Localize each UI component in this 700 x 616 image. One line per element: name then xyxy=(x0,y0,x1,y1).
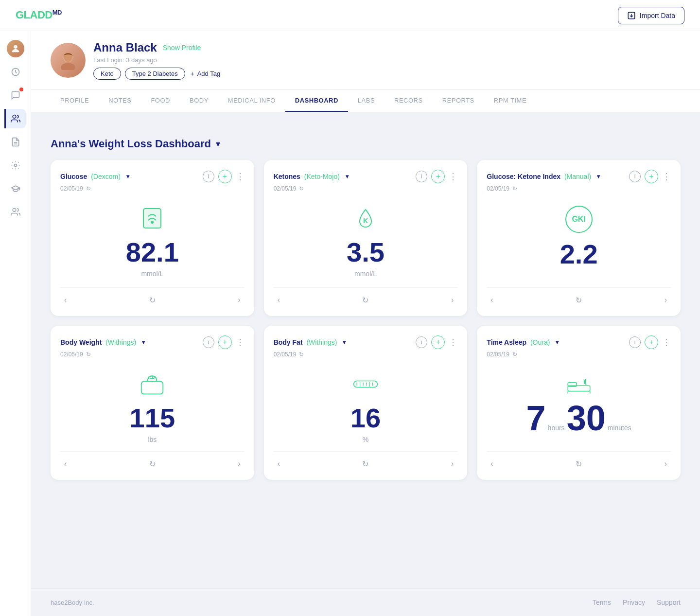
ketones-more-icon[interactable]: ⋮ xyxy=(449,171,457,182)
sidebar-item-education[interactable] xyxy=(6,179,25,198)
ketones-prev-button[interactable]: ‹ xyxy=(274,294,284,306)
ketones-refresh-button[interactable]: ↻ xyxy=(362,296,368,305)
gki-refresh-icon[interactable]: ↻ xyxy=(512,185,517,192)
sidebar-avatar[interactable] xyxy=(6,39,25,58)
sleep-value-area: 7 hours 30 minutes xyxy=(487,401,671,436)
glucose-more-icon[interactable]: ⋮ xyxy=(236,171,245,182)
ketones-info-icon[interactable]: i xyxy=(416,171,427,182)
ketones-refresh-icon[interactable]: ↻ xyxy=(299,185,304,192)
glucose-refresh-button[interactable]: ↻ xyxy=(149,296,156,305)
body-weight-info-icon[interactable]: i xyxy=(203,336,214,348)
footer-links: Terms Privacy Support xyxy=(593,598,681,606)
nav-tabs: PROFILE NOTES FOOD BODY MEDICAL INFO DAS… xyxy=(31,90,700,112)
ketones-unit: mmol/L xyxy=(274,270,458,278)
body-weight-prev-button[interactable]: ‹ xyxy=(60,458,70,470)
dashboard-content: Anna's Weight Loss Dashboard ▾ Glucose (… xyxy=(31,112,700,588)
glucose-next-button[interactable]: › xyxy=(234,294,244,306)
footer-company: hase2Body Inc. xyxy=(51,599,94,606)
glucose-value: 82.1 xyxy=(60,239,245,266)
sidebar xyxy=(0,31,31,616)
tab-reports[interactable]: REPORTS xyxy=(433,90,484,112)
body-weight-value: 115 xyxy=(60,405,245,432)
tab-dashboard[interactable]: DASHBOARD xyxy=(285,90,348,112)
glucose-add-icon[interactable]: + xyxy=(218,170,232,183)
glucose-info-icon[interactable]: i xyxy=(203,171,214,182)
import-data-button[interactable]: Import Data xyxy=(618,7,684,24)
gki-prev-button[interactable]: ‹ xyxy=(487,294,497,306)
body-fat-info-icon[interactable]: i xyxy=(416,336,427,348)
footer-support-link[interactable]: Support xyxy=(657,598,681,606)
ketones-icon-area: K xyxy=(274,198,458,235)
footer-privacy-link[interactable]: Privacy xyxy=(623,598,645,606)
tab-profile[interactable]: PROFILE xyxy=(51,90,99,112)
ketones-date: 02/05/19 ↻ xyxy=(274,185,458,192)
sleep-next-button[interactable]: › xyxy=(661,458,671,470)
ketones-next-button[interactable]: › xyxy=(447,294,457,306)
sidebar-item-patients[interactable] xyxy=(4,109,26,128)
body-fat-icon-area xyxy=(274,364,458,401)
sleep-info-icon[interactable]: i xyxy=(629,336,641,348)
body-fat-next-button[interactable]: › xyxy=(447,458,457,470)
dashboard-dropdown-icon[interactable]: ▾ xyxy=(216,139,220,149)
gki-icon: GKI xyxy=(565,206,593,233)
tab-notes[interactable]: NOTES xyxy=(99,90,141,112)
sleep-nav: ‹ ↻ › xyxy=(487,451,671,470)
tag-keto: Keto xyxy=(93,68,121,80)
body-weight-refresh-button[interactable]: ↻ xyxy=(149,459,156,469)
svg-text:K: K xyxy=(363,217,368,225)
show-profile-button[interactable]: Show Profile xyxy=(163,44,201,52)
tab-rpm-time[interactable]: RPM TIME xyxy=(484,90,536,112)
footer-terms-link[interactable]: Terms xyxy=(593,598,611,606)
sleep-refresh-icon[interactable]: ↻ xyxy=(512,351,517,358)
body-fat-prev-button[interactable]: ‹ xyxy=(274,458,284,470)
body-weight-add-icon[interactable]: + xyxy=(218,335,232,349)
patient-name: Anna Black xyxy=(93,41,157,54)
body-fat-refresh-button[interactable]: ↻ xyxy=(362,459,368,469)
glucose-refresh-icon[interactable]: ↻ xyxy=(86,185,91,192)
tab-body[interactable]: BODY xyxy=(180,90,218,112)
gki-info-icon[interactable]: i xyxy=(629,171,641,182)
body-fat-refresh-icon[interactable]: ↻ xyxy=(299,351,304,358)
body-weight-more-icon[interactable]: ⋮ xyxy=(236,337,245,348)
svg-point-6 xyxy=(14,164,17,167)
ketones-add-icon[interactable]: + xyxy=(431,170,445,183)
sleep-more-icon[interactable]: ⋮ xyxy=(662,337,671,348)
sidebar-item-messages[interactable] xyxy=(6,86,25,105)
body-weight-refresh-icon[interactable]: ↻ xyxy=(86,351,91,358)
card-ketones: Ketones (Keto-Mojo) ▾ i + ⋮ 02/05/19 ↻ xyxy=(264,160,468,316)
logo-suffix: MD xyxy=(52,9,62,16)
sidebar-item-notes[interactable] xyxy=(6,132,25,152)
sleep-prev-button[interactable]: ‹ xyxy=(487,458,497,470)
body-fat-more-icon[interactable]: ⋮ xyxy=(449,337,457,348)
card-glucose-title: Glucose (Dexcom) ▾ xyxy=(60,173,129,180)
card-body-weight-title: Body Weight (Withings) ▾ xyxy=(60,338,145,346)
tab-food[interactable]: FOOD xyxy=(141,90,180,112)
tab-labs[interactable]: LABS xyxy=(348,90,385,112)
sleep-add-icon[interactable]: + xyxy=(645,335,658,349)
svg-text:LB: LB xyxy=(150,375,155,380)
glucose-unit: mmol/L xyxy=(60,270,245,278)
body-fat-add-icon[interactable]: + xyxy=(431,335,445,349)
tab-recors[interactable]: RECORS xyxy=(385,90,433,112)
glucose-icon xyxy=(140,206,165,231)
sleep-icon-area xyxy=(487,364,671,401)
app-logo: GLADDMD xyxy=(16,9,62,21)
ketones-icon: K xyxy=(353,206,378,231)
gki-add-icon[interactable]: + xyxy=(645,170,658,183)
svg-point-7 xyxy=(13,209,16,212)
sidebar-item-team[interactable] xyxy=(6,202,25,222)
sleep-hours-label: hours xyxy=(548,424,565,432)
body-weight-next-button[interactable]: › xyxy=(234,458,244,470)
sidebar-item-ideas[interactable] xyxy=(6,156,25,175)
sidebar-item-history[interactable] xyxy=(6,62,25,82)
gki-next-button[interactable]: › xyxy=(661,294,671,306)
tab-medical-info[interactable]: MEDICAL INFO xyxy=(218,90,285,112)
gki-nav: ‹ ↻ › xyxy=(487,287,671,306)
gki-refresh-button[interactable]: ↻ xyxy=(576,296,582,305)
add-tag-button[interactable]: ＋ Add Tag xyxy=(189,70,220,78)
metrics-grid: Glucose (Dexcom) ▾ i + ⋮ 02/05/19 ↻ xyxy=(51,160,681,480)
gki-more-icon[interactable]: ⋮ xyxy=(662,171,671,182)
sleep-refresh-button[interactable]: ↻ xyxy=(576,459,582,469)
glucose-prev-button[interactable]: ‹ xyxy=(60,294,70,306)
patient-header: Anna Black Show Profile Last Login: 3 da… xyxy=(31,31,700,90)
